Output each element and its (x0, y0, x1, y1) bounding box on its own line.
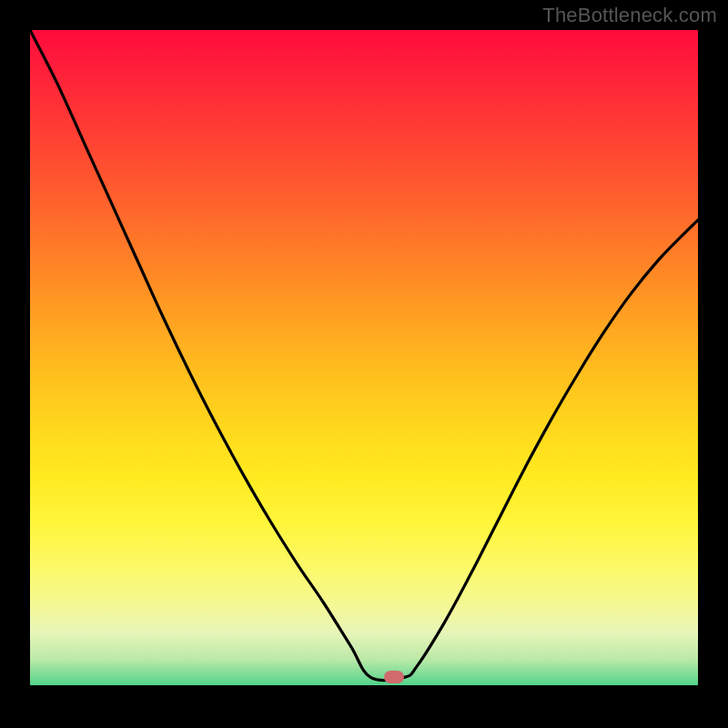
optimum-marker (384, 671, 404, 683)
watermark-text: TheBottleneck.com (542, 4, 717, 27)
plot-area (30, 30, 698, 685)
bottleneck-curve (30, 30, 698, 685)
curve-path (30, 30, 698, 681)
chart-frame: TheBottleneck.com (0, 0, 728, 728)
